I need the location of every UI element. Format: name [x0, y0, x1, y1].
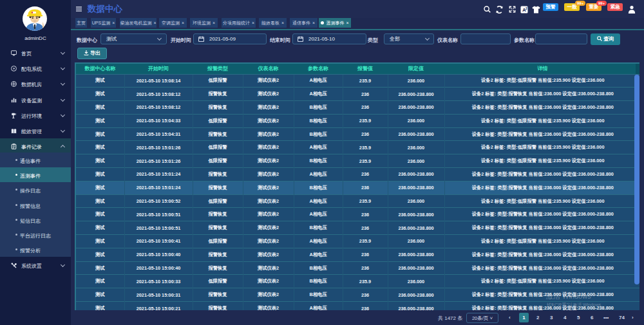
svg-text:2: 2	[526, 6, 527, 10]
